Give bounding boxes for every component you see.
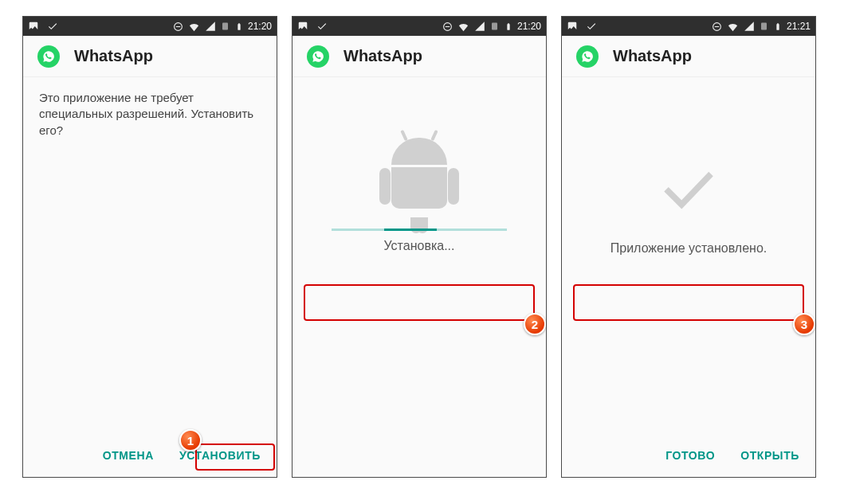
open-button[interactable]: ОТКРЫТЬ xyxy=(739,444,801,467)
android-robot-icon xyxy=(383,138,455,217)
wifi-icon xyxy=(727,21,739,33)
image-icon xyxy=(567,21,578,32)
title-bar: WhatsApp xyxy=(562,36,815,77)
app-name: WhatsApp xyxy=(344,47,422,65)
wifi-icon xyxy=(457,21,469,33)
installing-label: Установка... xyxy=(308,237,530,255)
installing-content: Установка... xyxy=(292,77,546,434)
success-check-icon xyxy=(653,152,724,224)
svg-rect-4 xyxy=(446,25,450,26)
signal-icon xyxy=(474,21,485,32)
footer-actions xyxy=(292,434,546,477)
step-badge-1: 1 xyxy=(179,429,202,451)
phone-screen-installing: 21:20 WhatsApp Установка... 2 xyxy=(292,16,547,478)
status-time: 21:20 xyxy=(248,21,272,32)
check-icon xyxy=(316,21,328,32)
cancel-button[interactable]: ОТМЕНА xyxy=(101,444,155,467)
phone-screen-permissions: 21:20 WhatsApp Это приложение не требует… xyxy=(22,16,277,478)
title-bar: WhatsApp xyxy=(23,36,277,77)
phone-screen-installed: 21:21 WhatsApp Приложение установлено. Г… xyxy=(561,16,816,478)
dnd-icon xyxy=(173,21,183,32)
installed-content: Приложение установлено. xyxy=(562,77,815,434)
whatsapp-icon xyxy=(37,45,60,68)
dnd-icon xyxy=(442,21,453,32)
permission-message: Это приложение не требует специальных ра… xyxy=(23,77,277,434)
status-bar: 21:21 xyxy=(562,17,815,36)
wifi-icon xyxy=(188,21,200,33)
status-time: 21:20 xyxy=(517,21,541,32)
footer-actions: ОТМЕНА УСТАНОВИТЬ xyxy=(23,434,277,477)
image-icon xyxy=(297,21,308,32)
signal-icon xyxy=(744,21,755,32)
nosim-icon xyxy=(490,21,500,32)
dnd-icon xyxy=(712,21,722,32)
check-icon xyxy=(47,21,58,32)
status-bar: 21:20 xyxy=(292,17,546,36)
whatsapp-icon xyxy=(576,45,599,68)
app-name: WhatsApp xyxy=(613,47,692,65)
status-time: 21:21 xyxy=(787,21,811,32)
svg-rect-2 xyxy=(222,23,228,30)
installed-label: Приложение установлено. xyxy=(578,240,799,257)
signal-icon xyxy=(205,21,216,32)
title-bar: WhatsApp xyxy=(292,36,546,77)
nosim-icon xyxy=(760,21,769,32)
app-name: WhatsApp xyxy=(74,47,153,65)
svg-rect-7 xyxy=(715,25,719,26)
battery-icon xyxy=(504,21,512,33)
nosim-icon xyxy=(221,21,230,32)
svg-rect-1 xyxy=(176,25,180,26)
install-progress xyxy=(332,229,507,231)
whatsapp-icon xyxy=(307,45,329,68)
battery-icon xyxy=(235,21,243,33)
footer-actions: ГОТОВО ОТКРЫТЬ xyxy=(562,434,815,477)
status-bar: 21:20 xyxy=(23,17,277,36)
step-badge-2: 2 xyxy=(524,313,546,335)
done-button[interactable]: ГОТОВО xyxy=(664,444,716,467)
svg-rect-5 xyxy=(492,23,497,30)
svg-rect-8 xyxy=(761,23,767,30)
step-badge-3: 3 xyxy=(793,313,815,335)
image-icon xyxy=(28,21,39,32)
check-icon xyxy=(586,21,597,32)
battery-icon xyxy=(774,21,782,33)
